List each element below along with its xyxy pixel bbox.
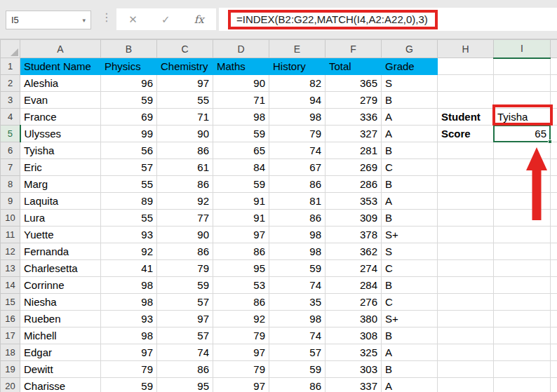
cell-E18[interactable]: 57: [269, 344, 326, 361]
cell-B9[interactable]: 89: [101, 193, 157, 210]
enter-icon[interactable]: ✓: [161, 13, 170, 26]
cell-D16[interactable]: 92: [213, 311, 269, 327]
cell-F18[interactable]: 325: [326, 344, 382, 361]
cell-C11[interactable]: 90: [157, 227, 213, 243]
cell-C12[interactable]: 86: [157, 243, 213, 260]
cell-H4[interactable]: Student: [438, 109, 494, 126]
cell-G20[interactable]: A: [382, 378, 438, 392]
cell-A8[interactable]: Marg: [20, 176, 101, 193]
cell-G4[interactable]: A: [382, 109, 438, 126]
cell-G11[interactable]: S+: [382, 227, 438, 243]
cell-G10[interactable]: B: [382, 210, 438, 227]
cell-H11[interactable]: [438, 227, 494, 243]
cell-B16[interactable]: 93: [101, 311, 157, 327]
cell-D15[interactable]: 86: [213, 294, 269, 311]
cell-F5[interactable]: 327: [326, 126, 382, 142]
cell-B8[interactable]: 55: [101, 176, 157, 193]
cell-D6[interactable]: 65: [213, 142, 269, 159]
cell-I1[interactable]: [494, 58, 551, 75]
cell-I13[interactable]: [494, 260, 551, 277]
cell-G18[interactable]: A: [382, 344, 438, 361]
cell-H8[interactable]: [438, 176, 494, 193]
cell-G12[interactable]: S: [382, 243, 438, 260]
cell-C8[interactable]: 86: [157, 176, 213, 193]
cell-G8[interactable]: B: [382, 176, 438, 193]
cell-F15[interactable]: 276: [326, 294, 382, 311]
cell-D12[interactable]: 86: [213, 243, 269, 260]
cell-A17[interactable]: Michell: [20, 327, 101, 344]
cell-H19[interactable]: [438, 361, 494, 378]
column-header-I[interactable]: I: [494, 40, 551, 58]
cell-A2[interactable]: Aleshia: [20, 75, 101, 92]
cell-H10[interactable]: [438, 210, 494, 227]
cell-A15[interactable]: Niesha: [20, 294, 101, 311]
cell-E4[interactable]: 98: [269, 109, 326, 126]
cell-F9[interactable]: 353: [326, 193, 382, 210]
cell-A20[interactable]: Charisse: [20, 378, 101, 392]
cell-G14[interactable]: B: [382, 277, 438, 294]
cell-B18[interactable]: 97: [101, 344, 157, 361]
column-header-E[interactable]: E: [269, 40, 326, 58]
cell-H1[interactable]: [438, 58, 494, 75]
cell-A5[interactable]: Ulysses: [20, 126, 101, 142]
formula-bar-input[interactable]: =INDEX(B2:G22,MATCH(I4,A2:A22,0),3): [219, 8, 557, 31]
cell-B4[interactable]: 69: [101, 109, 157, 126]
row-header-11[interactable]: 11: [1, 227, 20, 243]
row-header-7[interactable]: 7: [1, 159, 20, 176]
cell-G2[interactable]: S: [382, 75, 438, 92]
cell-D5[interactable]: 59: [213, 126, 269, 142]
row-header-18[interactable]: 18: [1, 344, 20, 361]
cell-I3[interactable]: [494, 92, 551, 109]
cell-A10[interactable]: Lura: [20, 210, 101, 227]
column-header-G[interactable]: G: [382, 40, 438, 58]
cell-C9[interactable]: 92: [157, 193, 213, 210]
cell-D4[interactable]: 98: [213, 109, 269, 126]
cell-A14[interactable]: Corrinne: [20, 277, 101, 294]
cell-F11[interactable]: 378: [326, 227, 382, 243]
cell-F12[interactable]: 362: [326, 243, 382, 260]
cell-B3[interactable]: 59: [101, 92, 157, 109]
cell-E15[interactable]: 35: [269, 294, 326, 311]
cell-H13[interactable]: [438, 260, 494, 277]
cell-G17[interactable]: B: [382, 327, 438, 344]
row-header-14[interactable]: 14: [1, 277, 20, 294]
cell-C20[interactable]: 95: [157, 378, 213, 392]
cell-G16[interactable]: S+: [382, 311, 438, 327]
row-header-17[interactable]: 17: [1, 327, 20, 344]
cell-A16[interactable]: Rueben: [20, 311, 101, 327]
column-header-C[interactable]: C: [157, 40, 213, 58]
cell-C5[interactable]: 90: [157, 126, 213, 142]
cell-B20[interactable]: 59: [101, 378, 157, 392]
cell-C15[interactable]: 57: [157, 294, 213, 311]
cell-G9[interactable]: A: [382, 193, 438, 210]
cell-E13[interactable]: 59: [269, 260, 326, 277]
cell-D17[interactable]: 79: [213, 327, 269, 344]
cell-B19[interactable]: 79: [101, 361, 157, 378]
cell-G5[interactable]: A: [382, 126, 438, 142]
cell-I4[interactable]: Tyisha: [494, 109, 551, 126]
cell-H7[interactable]: [438, 159, 494, 176]
cell-E14[interactable]: 74: [269, 277, 326, 294]
cell-I5[interactable]: 65: [494, 126, 551, 142]
cell-F2[interactable]: 365: [326, 75, 382, 92]
cell-C10[interactable]: 77: [157, 210, 213, 227]
cell-H9[interactable]: [438, 193, 494, 210]
cell-I20[interactable]: [494, 378, 551, 392]
cell-A6[interactable]: Tyisha: [20, 142, 101, 159]
cell-C7[interactable]: 61: [157, 159, 213, 176]
cell-C6[interactable]: 86: [157, 142, 213, 159]
cell-B13[interactable]: 41: [101, 260, 157, 277]
cell-D7[interactable]: 84: [213, 159, 269, 176]
cell-B14[interactable]: 98: [101, 277, 157, 294]
select-all-corner[interactable]: [1, 40, 20, 58]
cancel-icon[interactable]: ✕: [128, 13, 137, 26]
cell-H6[interactable]: [438, 142, 494, 159]
column-header-H[interactable]: H: [438, 40, 494, 58]
row-header-15[interactable]: 15: [1, 294, 20, 311]
row-header-20[interactable]: 20: [1, 378, 20, 392]
cell-B12[interactable]: 92: [101, 243, 157, 260]
cell-B7[interactable]: 57: [101, 159, 157, 176]
cell-H17[interactable]: [438, 327, 494, 344]
cell-F8[interactable]: 286: [326, 176, 382, 193]
cell-E5[interactable]: 79: [269, 126, 326, 142]
